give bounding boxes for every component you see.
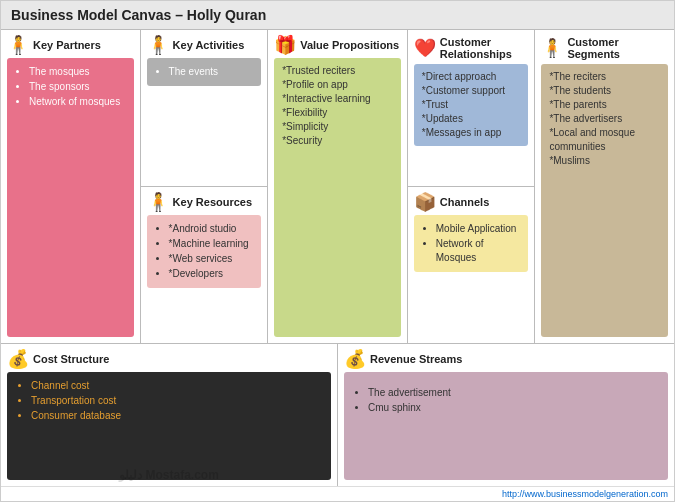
list-item: Transportation cost <box>31 394 323 408</box>
customer-segments-cell: 🧍 Customer Segments *The reciters *The s… <box>535 30 674 343</box>
revenue-streams-header: 💰 Revenue Streams <box>344 350 668 368</box>
list-item: *Web services <box>169 252 254 266</box>
list-item: *Machine learning <box>169 237 254 251</box>
key-resources-title: Key Resources <box>173 196 253 208</box>
main-grid: 🧍 Key Partners The mosques The sponsors … <box>1 30 674 486</box>
channels-header: 📦 Channels <box>414 193 529 211</box>
key-activities-list: The events <box>155 65 254 79</box>
list-item: Network of Mosques <box>436 237 521 265</box>
header-title: Business Model Canvas – Holly Quran <box>1 1 674 30</box>
list-item: *Android studio <box>169 222 254 236</box>
key-partners-sticky: The mosques The sponsors Network of mosq… <box>7 58 134 337</box>
key-resources-cell: 🧍 Key Resources *Android studio *Machine… <box>141 187 268 343</box>
list-item: The mosques <box>29 65 126 79</box>
value-propositions-header: 🎁 Value Propositions <box>274 36 401 54</box>
footer-link[interactable]: http://www.businessmodelgeneration.com <box>1 486 674 501</box>
value-propositions-sticky: *Trusted reciters *Profile on app *Inter… <box>274 58 401 337</box>
revenue-streams-icon: 💰 <box>344 350 366 368</box>
customer-segments-content: *The reciters *The students *The parents… <box>549 70 660 168</box>
key-activities-col: 🧍 Key Activities The events 🧍 Key Resour… <box>141 30 269 343</box>
top-section: 🧍 Key Partners The mosques The sponsors … <box>1 30 674 344</box>
cost-structure-cell: 💰 Cost Structure Channel cost Transporta… <box>1 344 338 486</box>
revenue-streams-title: Revenue Streams <box>370 353 462 365</box>
bottom-section: 💰 Cost Structure Channel cost Transporta… <box>1 344 674 486</box>
key-resources-icon: 🧍 <box>147 193 169 211</box>
value-propositions-content: *Trusted reciters *Profile on app *Inter… <box>282 64 393 148</box>
key-resources-header: 🧍 Key Resources <box>147 193 262 211</box>
key-partners-title: Key Partners <box>33 39 101 51</box>
key-activities-title: Key Activities <box>173 39 245 51</box>
customer-relationships-title: Customer Relationships <box>440 36 529 60</box>
list-item: Cmu sphinx <box>368 401 660 415</box>
channels-sticky: Mobile Application Network of Mosques <box>414 215 529 272</box>
list-item: Mobile Application <box>436 222 521 236</box>
customer-relationships-icon: ❤️ <box>414 39 436 57</box>
customer-segments-sticky: *The reciters *The students *The parents… <box>541 64 668 337</box>
cost-structure-icon: 💰 <box>7 350 29 368</box>
cost-structure-header: 💰 Cost Structure <box>7 350 331 368</box>
key-partners-icon: 🧍 <box>7 36 29 54</box>
key-partners-list: The mosques The sponsors Network of mosq… <box>15 65 126 109</box>
key-resources-list: *Android studio *Machine learning *Web s… <box>155 222 254 281</box>
customer-segments-header: 🧍 Customer Segments <box>541 36 668 60</box>
key-activities-icon: 🧍 <box>147 36 169 54</box>
canvas-wrapper: Business Model Canvas – Holly Quran 🧍 Ke… <box>0 0 675 502</box>
customer-relationships-cell: ❤️ Customer Relationships *Direct approa… <box>408 30 535 187</box>
cost-structure-sticky: Channel cost Transportation cost Consume… <box>7 372 331 480</box>
value-propositions-title: Value Propositions <box>300 39 399 51</box>
cost-structure-title: Cost Structure <box>33 353 109 365</box>
key-activities-cell: 🧍 Key Activities The events <box>141 30 268 187</box>
list-item: The events <box>169 65 254 79</box>
key-resources-sticky: *Android studio *Machine learning *Web s… <box>147 215 262 288</box>
channels-cell: 📦 Channels Mobile Application Network of… <box>408 187 535 343</box>
revenue-streams-cell: 💰 Revenue Streams The advertisement Cmu … <box>338 344 674 486</box>
cost-structure-list: Channel cost Transportation cost Consume… <box>15 379 323 423</box>
customer-segments-title: Customer Segments <box>567 36 668 60</box>
revenue-streams-sticky: The advertisement Cmu sphinx <box>344 372 668 480</box>
customer-segments-icon: 🧍 <box>541 39 563 57</box>
key-activities-header: 🧍 Key Activities <box>147 36 262 54</box>
list-item: Network of mosques <box>29 95 126 109</box>
key-partners-cell: 🧍 Key Partners The mosques The sponsors … <box>1 30 141 343</box>
key-partners-header: 🧍 Key Partners <box>7 36 134 54</box>
channels-title: Channels <box>440 196 490 208</box>
customer-relationships-content: *Direct approach *Customer support *Trus… <box>422 70 521 140</box>
customer-col: ❤️ Customer Relationships *Direct approa… <box>408 30 536 343</box>
watermark: دليلو Mostafa.com <box>119 468 219 482</box>
customer-relationships-header: ❤️ Customer Relationships <box>414 36 529 60</box>
key-activities-sticky: The events <box>147 58 262 86</box>
list-item: *Developers <box>169 267 254 281</box>
channels-icon: 📦 <box>414 193 436 211</box>
revenue-streams-list: The advertisement Cmu sphinx <box>352 386 660 415</box>
list-item: The sponsors <box>29 80 126 94</box>
customer-relationships-sticky: *Direct approach *Customer support *Trus… <box>414 64 529 146</box>
value-propositions-cell: 🎁 Value Propositions *Trusted reciters *… <box>268 30 408 343</box>
list-item: Consumer database <box>31 409 323 423</box>
list-item: Channel cost <box>31 379 323 393</box>
channels-list: Mobile Application Network of Mosques <box>422 222 521 265</box>
list-item: The advertisement <box>368 386 660 400</box>
value-propositions-icon: 🎁 <box>274 36 296 54</box>
